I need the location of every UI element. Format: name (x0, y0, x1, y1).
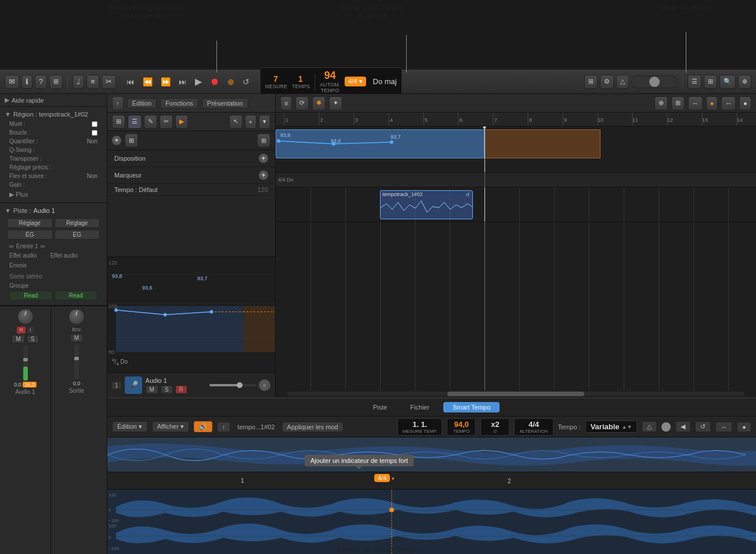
reglage-btn-2[interactable]: Réglage (55, 218, 100, 228)
fast-forward-btn[interactable]: ⏩ (158, 76, 173, 88)
key-display: Do maj (373, 77, 397, 86)
st-cycle-btn[interactable]: ↺ (695, 421, 711, 432)
smart-tempo-tabs: Piste Fichier Smart Tempo (107, 399, 756, 417)
reglage-btn-1[interactable]: Réglage (7, 218, 53, 228)
more-btn[interactable]: ▾ (259, 115, 270, 129)
up-btn[interactable]: ↑ (112, 96, 124, 110)
rewind-to-start-btn[interactable]: ⏮ (124, 76, 137, 88)
list-icon[interactable]: ☰ (688, 75, 701, 89)
grid2-icon[interactable]: ⊞ (704, 75, 717, 89)
pan-knob-2[interactable] (68, 309, 85, 325)
time-icon[interactable]: ↔ (688, 96, 703, 110)
cursor-btn[interactable]: ↖ (229, 115, 243, 129)
play2-btn[interactable]: ▶ (175, 115, 188, 129)
st-circle-indicator (661, 422, 671, 432)
mail-icon[interactable]: ✉ (5, 75, 19, 89)
m-btn-strip1[interactable]: M (12, 335, 24, 343)
quick-help-disclosure[interactable]: ▶ (5, 96, 9, 104)
st-afficher-btn[interactable]: Afficher ▾ (152, 421, 189, 432)
mixer-icon[interactable]: ≡ (86, 75, 99, 89)
tempo-label-938: 93,8 (112, 273, 122, 279)
info-icon[interactable]: ℹ (21, 75, 32, 89)
play-btn[interactable]: ▶ (193, 75, 204, 88)
snap-btn[interactable]: ✱ (312, 96, 325, 110)
zoom-icon[interactable]: ⊕ (654, 96, 668, 110)
read-btn-1[interactable]: Read (9, 291, 53, 300)
edition-menu-btn[interactable]: Édition (127, 98, 157, 108)
expand-btn[interactable]: ↔ (721, 96, 736, 110)
capture-btn[interactable]: ⊕ (225, 76, 237, 88)
tempo-menu-btn[interactable]: 4/4 ▾ (345, 77, 366, 86)
cycle-btn[interactable]: ↺ (240, 76, 252, 88)
boucle-checkbox[interactable] (92, 130, 97, 136)
toggle-switch[interactable] (631, 75, 678, 88)
fonctions-menu-btn[interactable]: Fonctions (160, 98, 198, 108)
time-sig-badge[interactable]: 4/4 ▾ (374, 475, 395, 481)
scissors-btn[interactable]: ✂ (160, 115, 173, 129)
record-btn[interactable]: ⏺ (208, 75, 222, 88)
smart-btn[interactable]: ✦ (329, 96, 342, 110)
eg-btn-1[interactable]: ÉG (7, 230, 53, 240)
timesig-label: 4/4 Do (278, 177, 294, 183)
triangle-icon[interactable]: △ (616, 75, 629, 89)
s-btn-strip1[interactable]: S (27, 335, 39, 343)
muet-checkbox[interactable] (92, 121, 97, 127)
presentation-menu-btn[interactable]: Présentation (202, 98, 248, 108)
eg-btn-2[interactable]: ÉG (55, 230, 100, 240)
st-lock-btn[interactable]: ● (737, 422, 751, 432)
skip-to-end-btn[interactable]: ⏭ (176, 76, 189, 88)
pen-btn[interactable]: ✎ (144, 115, 157, 129)
st-appliquer-btn[interactable]: Appliquer les mod (282, 422, 343, 432)
position-display: 7 MESURE 1 TEMPS 94 AUTOM.TEMPO 4/4 ▾ Do… (260, 67, 402, 96)
read-btn-2[interactable]: Read (55, 291, 98, 300)
link-btn[interactable]: ⟳ (295, 96, 309, 110)
svg-point-6 (164, 313, 167, 317)
st-speaker-btn[interactable]: ◀ (675, 421, 690, 432)
m-btn-strip2[interactable]: M (70, 334, 83, 342)
duplicate-btn[interactable]: ⊞ (125, 133, 138, 147)
svg-text:3: 3 (355, 117, 358, 123)
scrub-btn[interactable]: ⊞ (671, 96, 685, 110)
track-s-btn[interactable]: S (161, 385, 173, 394)
st-edition-btn[interactable]: Édition ▾ (112, 421, 147, 432)
audio-region[interactable]: tempotrack_1#02 ↺ (380, 190, 473, 219)
svg-text:4: 4 (390, 117, 393, 123)
window-icon[interactable]: ⊞ (49, 75, 63, 89)
list-view-btn[interactable]: ☰ (128, 115, 142, 129)
fast-rewind-btn[interactable]: ⏪ (140, 76, 155, 88)
region-settings-btn[interactable]: ⊞ (257, 133, 270, 147)
help-icon[interactable]: ? (35, 75, 47, 89)
tempo-pt-938: 93,8 (280, 132, 291, 138)
settings-icon[interactable]: ⚙ (600, 75, 614, 89)
pan-knob-1[interactable] (17, 309, 34, 325)
track-r-btn[interactable]: R (175, 385, 187, 394)
grid-icon[interactable]: ⊞ (584, 75, 598, 89)
output-knob[interactable]: ○ (259, 379, 270, 391)
smart-tempo-tab[interactable]: Smart Tempo (443, 402, 500, 412)
add-marqueur-btn[interactable]: + (259, 171, 268, 180)
grid-view-btn[interactable]: ⊞ (112, 115, 125, 129)
mode-btn[interactable]: ≡ (280, 96, 292, 110)
st-expand-btn[interactable]: ↔ (715, 422, 732, 432)
tempo-display: 94 AUTOM.TEMPO (320, 70, 340, 93)
h-scrollbar[interactable] (287, 392, 744, 396)
fichier-tab[interactable]: Fichier (401, 402, 439, 412)
track-m-btn[interactable]: M (146, 385, 158, 394)
add-region-btn[interactable]: + (112, 136, 121, 145)
tooltip-add-beat: Ajouter un indicateur de temps fort (305, 455, 414, 466)
lock-btn[interactable]: ● (739, 96, 751, 110)
search-icon[interactable]: 🔍 (719, 75, 736, 89)
add-btn[interactable]: + (245, 115, 256, 129)
st-triangle-btn[interactable]: △ (642, 421, 657, 432)
track-num-1: 1 (112, 382, 121, 389)
add-disposition-btn[interactable]: + (259, 154, 268, 163)
add-track-icon[interactable]: ⊕ (738, 75, 751, 89)
piste-tab[interactable]: Piste (364, 402, 396, 412)
cut-icon[interactable]: ✂ (102, 75, 116, 89)
audio1-track-name: Audio 1 (146, 377, 207, 384)
st-cursor-btn[interactable]: ↑ (217, 422, 231, 432)
color-btn[interactable]: ● (706, 96, 718, 110)
tempo-graph: 120 100 80 (107, 256, 275, 372)
metronome-icon[interactable]: ♩ (73, 75, 84, 89)
st-orange-btn[interactable]: 🔊 (194, 421, 212, 432)
